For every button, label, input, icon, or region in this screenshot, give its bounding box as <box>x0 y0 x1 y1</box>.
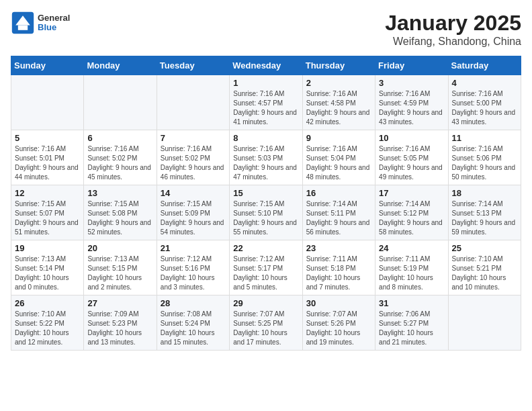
day-number: 21 <box>161 243 226 253</box>
calendar-cell <box>448 295 521 351</box>
weekday-header-wednesday: Wednesday <box>230 56 302 75</box>
calendar-cell: 14Sunrise: 7:15 AM Sunset: 5:09 PM Dayli… <box>157 185 229 240</box>
day-info: Sunrise: 7:16 AM Sunset: 5:06 PM Dayligh… <box>452 144 518 182</box>
day-info: Sunrise: 7:14 AM Sunset: 5:13 PM Dayligh… <box>452 199 518 237</box>
day-info: Sunrise: 7:16 AM Sunset: 5:05 PM Dayligh… <box>379 144 445 182</box>
day-number: 26 <box>15 298 81 308</box>
day-number: 19 <box>15 243 81 253</box>
day-info: Sunrise: 7:14 AM Sunset: 5:12 PM Dayligh… <box>379 199 445 237</box>
calendar-cell: 19Sunrise: 7:13 AM Sunset: 5:14 PM Dayli… <box>11 240 84 295</box>
day-number: 13 <box>87 188 153 198</box>
day-info: Sunrise: 7:12 AM Sunset: 5:16 PM Dayligh… <box>161 255 226 292</box>
weekday-header-friday: Friday <box>375 56 448 75</box>
day-number: 25 <box>452 243 518 253</box>
day-number: 29 <box>233 298 299 308</box>
day-info: Sunrise: 7:16 AM Sunset: 4:57 PM Dayligh… <box>233 89 299 127</box>
day-info: Sunrise: 7:08 AM Sunset: 5:24 PM Dayligh… <box>161 310 226 347</box>
logo: General Blue <box>11 11 70 35</box>
calendar-cell: 30Sunrise: 7:07 AM Sunset: 5:26 PM Dayli… <box>302 295 375 351</box>
day-number: 27 <box>87 298 153 308</box>
logo-text: General Blue <box>38 13 70 33</box>
calendar-cell: 8Sunrise: 7:16 AM Sunset: 5:03 PM Daylig… <box>230 130 302 185</box>
day-info: Sunrise: 7:09 AM Sunset: 5:23 PM Dayligh… <box>87 310 153 347</box>
day-number: 15 <box>233 188 299 198</box>
calendar-cell: 25Sunrise: 7:10 AM Sunset: 5:21 PM Dayli… <box>448 240 521 295</box>
day-number: 23 <box>306 243 372 253</box>
calendar-header: SundayMondayTuesdayWednesdayThursdayFrid… <box>11 56 521 75</box>
month-title: January 2025 <box>385 11 521 36</box>
day-number: 16 <box>306 188 372 198</box>
day-number: 10 <box>379 133 445 143</box>
weekday-header-sunday: Sunday <box>11 56 84 75</box>
day-number: 7 <box>161 133 226 143</box>
day-number: 22 <box>233 243 299 253</box>
day-info: Sunrise: 7:16 AM Sunset: 4:58 PM Dayligh… <box>306 89 372 127</box>
calendar-cell: 27Sunrise: 7:09 AM Sunset: 5:23 PM Dayli… <box>84 295 157 351</box>
calendar-cell: 12Sunrise: 7:15 AM Sunset: 5:07 PM Dayli… <box>11 185 84 240</box>
calendar-cell: 26Sunrise: 7:10 AM Sunset: 5:22 PM Dayli… <box>11 295 84 351</box>
day-info: Sunrise: 7:10 AM Sunset: 5:22 PM Dayligh… <box>15 310 81 347</box>
calendar-cell: 31Sunrise: 7:06 AM Sunset: 5:27 PM Dayli… <box>375 295 448 351</box>
day-info: Sunrise: 7:16 AM Sunset: 5:02 PM Dayligh… <box>87 144 153 182</box>
weekday-header-row: SundayMondayTuesdayWednesdayThursdayFrid… <box>11 56 521 75</box>
day-info: Sunrise: 7:14 AM Sunset: 5:11 PM Dayligh… <box>306 199 372 237</box>
day-info: Sunrise: 7:15 AM Sunset: 5:07 PM Dayligh… <box>15 199 81 237</box>
calendar-cell: 18Sunrise: 7:14 AM Sunset: 5:13 PM Dayli… <box>448 185 521 240</box>
day-info: Sunrise: 7:16 AM Sunset: 5:04 PM Dayligh… <box>306 144 372 182</box>
day-info: Sunrise: 7:16 AM Sunset: 5:00 PM Dayligh… <box>452 89 518 127</box>
calendar-cell <box>11 75 84 130</box>
calendar-week-row: 5Sunrise: 7:16 AM Sunset: 5:01 PM Daylig… <box>11 130 521 185</box>
calendar-cell: 4Sunrise: 7:16 AM Sunset: 5:00 PM Daylig… <box>448 75 521 130</box>
day-number: 12 <box>15 188 81 198</box>
day-number: 17 <box>379 188 445 198</box>
day-number: 5 <box>15 133 81 143</box>
day-info: Sunrise: 7:13 AM Sunset: 5:15 PM Dayligh… <box>87 255 153 292</box>
page-header: General Blue January 2025 Weifang, Shand… <box>11 11 521 48</box>
calendar-cell: 11Sunrise: 7:16 AM Sunset: 5:06 PM Dayli… <box>448 130 521 185</box>
calendar-cell: 9Sunrise: 7:16 AM Sunset: 5:04 PM Daylig… <box>302 130 375 185</box>
day-number: 28 <box>161 298 226 308</box>
calendar-cell: 7Sunrise: 7:16 AM Sunset: 5:02 PM Daylig… <box>157 130 229 185</box>
day-number: 6 <box>87 133 153 143</box>
day-number: 4 <box>452 78 518 88</box>
calendar-cell: 3Sunrise: 7:16 AM Sunset: 4:59 PM Daylig… <box>375 75 448 130</box>
day-number: 24 <box>379 243 445 253</box>
day-info: Sunrise: 7:11 AM Sunset: 5:18 PM Dayligh… <box>306 255 372 292</box>
logo-blue: Blue <box>38 23 70 32</box>
calendar-week-row: 1Sunrise: 7:16 AM Sunset: 4:57 PM Daylig… <box>11 75 521 130</box>
calendar-cell: 28Sunrise: 7:08 AM Sunset: 5:24 PM Dayli… <box>157 295 229 351</box>
calendar-body: 1Sunrise: 7:16 AM Sunset: 4:57 PM Daylig… <box>11 75 521 351</box>
day-number: 3 <box>379 78 445 88</box>
calendar-cell: 29Sunrise: 7:07 AM Sunset: 5:25 PM Dayli… <box>230 295 302 351</box>
weekday-header-thursday: Thursday <box>302 56 375 75</box>
location-subtitle: Weifang, Shandong, China <box>385 36 521 48</box>
day-number: 31 <box>379 298 445 308</box>
calendar-cell: 6Sunrise: 7:16 AM Sunset: 5:02 PM Daylig… <box>84 130 157 185</box>
title-block: January 2025 Weifang, Shandong, China <box>385 11 521 48</box>
day-info: Sunrise: 7:13 AM Sunset: 5:14 PM Dayligh… <box>15 255 81 292</box>
day-info: Sunrise: 7:16 AM Sunset: 4:59 PM Dayligh… <box>379 89 445 127</box>
day-info: Sunrise: 7:07 AM Sunset: 5:25 PM Dayligh… <box>233 310 299 347</box>
calendar-cell: 17Sunrise: 7:14 AM Sunset: 5:12 PM Dayli… <box>375 185 448 240</box>
day-number: 9 <box>306 133 372 143</box>
calendar-cell: 16Sunrise: 7:14 AM Sunset: 5:11 PM Dayli… <box>302 185 375 240</box>
svg-rect-2 <box>18 26 28 30</box>
logo-general: General <box>38 13 70 23</box>
calendar-cell: 10Sunrise: 7:16 AM Sunset: 5:05 PM Dayli… <box>375 130 448 185</box>
day-info: Sunrise: 7:16 AM Sunset: 5:01 PM Dayligh… <box>15 144 81 182</box>
day-info: Sunrise: 7:11 AM Sunset: 5:19 PM Dayligh… <box>379 255 445 292</box>
calendar-cell: 13Sunrise: 7:15 AM Sunset: 5:08 PM Dayli… <box>84 185 157 240</box>
calendar-cell: 5Sunrise: 7:16 AM Sunset: 5:01 PM Daylig… <box>11 130 84 185</box>
calendar-cell: 2Sunrise: 7:16 AM Sunset: 4:58 PM Daylig… <box>302 75 375 130</box>
day-info: Sunrise: 7:16 AM Sunset: 5:03 PM Dayligh… <box>233 144 299 182</box>
calendar-cell: 15Sunrise: 7:15 AM Sunset: 5:10 PM Dayli… <box>230 185 302 240</box>
calendar-cell <box>157 75 229 130</box>
calendar-cell <box>84 75 157 130</box>
day-info: Sunrise: 7:15 AM Sunset: 5:08 PM Dayligh… <box>87 199 153 237</box>
day-number: 18 <box>452 188 518 198</box>
day-info: Sunrise: 7:06 AM Sunset: 5:27 PM Dayligh… <box>379 310 445 347</box>
day-info: Sunrise: 7:12 AM Sunset: 5:17 PM Dayligh… <box>233 255 299 292</box>
calendar-cell: 23Sunrise: 7:11 AM Sunset: 5:18 PM Dayli… <box>302 240 375 295</box>
day-info: Sunrise: 7:15 AM Sunset: 5:10 PM Dayligh… <box>233 199 299 237</box>
calendar-cell: 22Sunrise: 7:12 AM Sunset: 5:17 PM Dayli… <box>230 240 302 295</box>
